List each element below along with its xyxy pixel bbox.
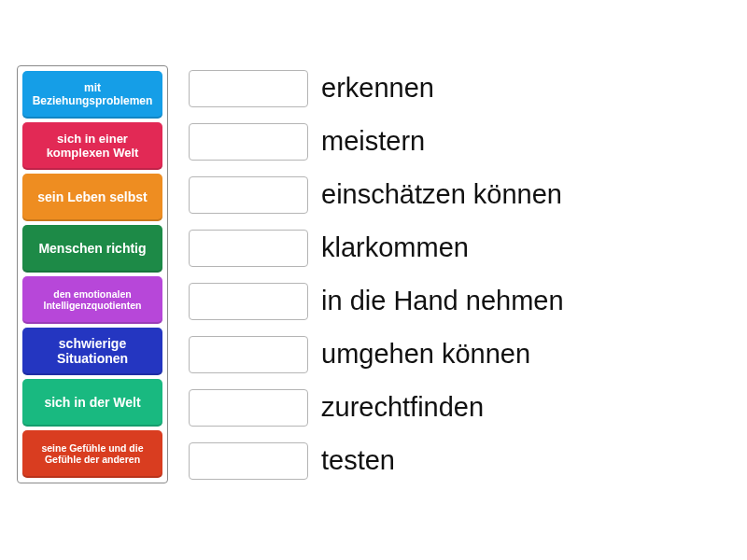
answer-text: meistern (321, 126, 425, 157)
draggable-tile[interactable]: Menschen richtig (22, 225, 162, 273)
drop-slot[interactable] (189, 389, 308, 427)
tile-label: mit Beziehungsproblemen (28, 82, 157, 106)
draggable-tile[interactable]: sein Leben selbst (22, 174, 162, 221)
tile-label: seine Gefühle und die Gefühle der andere… (28, 443, 157, 465)
answer-row: klarkommen (189, 227, 564, 269)
drop-slot[interactable] (189, 176, 308, 214)
draggable-tile[interactable]: den emotionalen Intelligenzquotienten (22, 276, 162, 324)
tile-bin: mit Beziehungsproblemen sich in einer ko… (17, 65, 168, 483)
answer-row: zurechtfinden (189, 386, 564, 428)
drop-slot[interactable] (189, 70, 308, 107)
drop-slot[interactable] (189, 442, 308, 480)
answer-area: erkennen meistern einschätzen können kla… (189, 65, 564, 482)
draggable-tile[interactable]: mit Beziehungsproblemen (22, 71, 162, 119)
answer-text: zurechtfinden (321, 392, 484, 423)
answer-row: einschätzen können (189, 174, 564, 216)
tile-label: den emotionalen Intelligenzquotienten (28, 289, 157, 311)
drop-slot[interactable] (189, 336, 308, 373)
answer-row: umgehen können (189, 333, 564, 375)
answer-row: erkennen (189, 67, 564, 109)
tile-label: sich in einer komplexen Welt (28, 133, 157, 160)
answer-row: meistern (189, 120, 564, 162)
answer-text: einschätzen können (321, 179, 562, 210)
answer-text: umgehen können (321, 339, 530, 370)
answer-text: klarkommen (321, 232, 469, 263)
tile-label: sich in der Welt (44, 396, 140, 410)
draggable-tile[interactable]: sich in einer komplexen Welt (22, 122, 162, 170)
answer-text: erkennen (321, 73, 434, 104)
tile-label: Menschen richtig (38, 242, 146, 256)
draggable-tile[interactable]: sich in der Welt (22, 379, 162, 427)
drop-slot[interactable] (189, 230, 308, 267)
draggable-tile[interactable]: schwierige Situationen (22, 328, 162, 375)
activity-area: mit Beziehungsproblemen sich in einer ko… (17, 65, 564, 483)
drop-slot[interactable] (189, 283, 308, 320)
tile-label: sein Leben selbst (37, 190, 147, 204)
answer-text: in die Hand nehmen (321, 286, 564, 316)
answer-row: in die Hand nehmen (189, 280, 564, 322)
draggable-tile[interactable]: seine Gefühle und die Gefühle der andere… (22, 430, 162, 478)
tile-label: schwierige Situationen (28, 337, 157, 366)
answer-text: testen (321, 445, 395, 476)
answer-row: testen (189, 440, 564, 482)
drop-slot[interactable] (189, 123, 308, 161)
